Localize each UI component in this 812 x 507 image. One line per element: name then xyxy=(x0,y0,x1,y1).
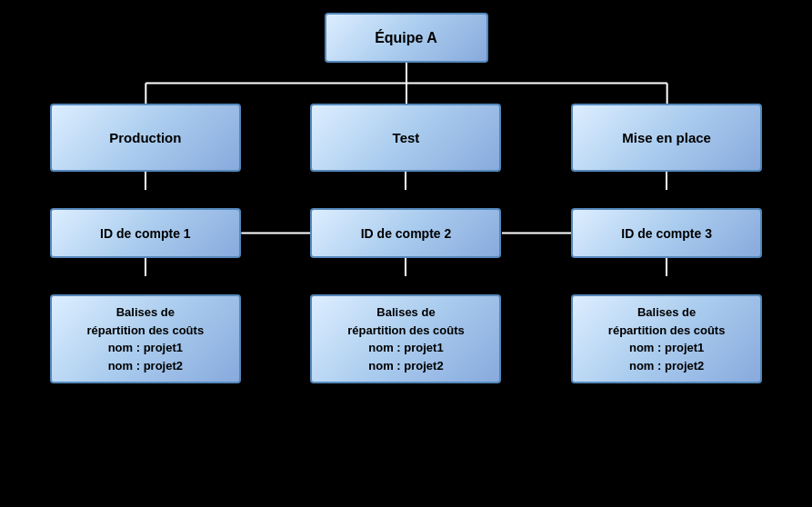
connector-spacer xyxy=(15,63,797,94)
v-connector-2-2 xyxy=(666,258,667,276)
root-row: Équipe A xyxy=(15,13,797,63)
level3-balises2-label: Balises de répartition des coûts nom : p… xyxy=(347,303,465,374)
level1-test-label: Test xyxy=(393,130,420,145)
level1-production-label: Production xyxy=(109,130,181,145)
level3-balises3: Balises de répartition des coûts nom : p… xyxy=(571,294,762,383)
level3-balises1: Balises de répartition des coûts nom : p… xyxy=(50,294,241,383)
v-connector-2-0 xyxy=(145,258,146,276)
level2-compte1-label: ID de compte 1 xyxy=(100,226,191,241)
level1-test: Test xyxy=(310,104,501,172)
v-connector-1-2 xyxy=(666,172,667,190)
column-mise-en-place: Mise en place ID de compte 3 Balises de … xyxy=(548,94,785,383)
level2-compte2-label: ID de compte 2 xyxy=(361,226,452,241)
org-chart: Équipe A Production ID de compte 1 Balis… xyxy=(15,13,797,494)
level1-production: Production xyxy=(50,104,241,172)
level2-compte3: ID de compte 3 xyxy=(571,208,762,258)
column-production: Production ID de compte 1 Balises de rép… xyxy=(27,94,264,383)
level1-mise-en-place-label: Mise en place xyxy=(622,130,711,145)
level3-balises2: Balises de répartition des coûts nom : p… xyxy=(310,294,501,383)
level3-balises1-label: Balises de répartition des coûts nom : p… xyxy=(87,303,205,374)
level3-balises3-label: Balises de répartition des coûts nom : p… xyxy=(608,303,726,374)
v-connector-1-0 xyxy=(145,172,146,190)
v-connector-2-1 xyxy=(405,258,406,276)
root-label: Équipe A xyxy=(375,30,437,46)
root-node: Équipe A xyxy=(325,13,488,63)
column-test: Test ID de compte 2 Balises de répartiti… xyxy=(287,94,524,383)
level1-row: Production ID de compte 1 Balises de rép… xyxy=(15,94,797,383)
v-connector-1-1 xyxy=(405,172,406,190)
level2-compte2: ID de compte 2 xyxy=(310,208,501,258)
level2-compte1: ID de compte 1 xyxy=(50,208,241,258)
level2-compte3-label: ID de compte 3 xyxy=(621,226,712,241)
level1-mise-en-place: Mise en place xyxy=(571,104,762,172)
